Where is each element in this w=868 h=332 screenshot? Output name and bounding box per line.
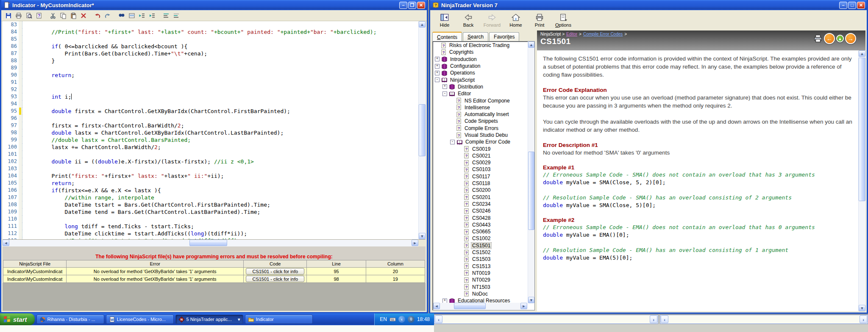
scroll-right-arrow[interactable]: ► (412, 240, 418, 246)
home-button[interactable]: Home (505, 11, 527, 28)
tree-item-cs1002[interactable]: ?CS1002 (433, 235, 527, 242)
tree-item-cs0019[interactable]: ?CS0019 (433, 145, 527, 152)
tree-item-nt0029[interactable]: ?NT0029 (433, 277, 527, 283)
goto-button[interactable] (127, 11, 136, 20)
tree-item-copyrights[interactable]: ?Copyrights (433, 49, 527, 55)
code-line[interactable]: 103 (3, 165, 418, 172)
redo-button[interactable] (103, 11, 112, 20)
print-topic-icon[interactable] (813, 34, 823, 43)
undo-button[interactable] (93, 11, 102, 20)
close-button[interactable]: ✕ (857, 2, 865, 9)
collapse-icon[interactable]: - (442, 91, 447, 96)
group-dropdown-icon[interactable]: ▾ (238, 317, 240, 322)
code-line[interactable]: 102double ii = ((double)e.X-firstx)/(las… (3, 158, 418, 165)
taskbar-button-indicator[interactable]: Indicator (245, 315, 313, 324)
collapse-icon[interactable]: - (450, 140, 455, 144)
scroll-up-arrow[interactable]: ▲ (528, 42, 534, 48)
code-line[interactable]: 85 (3, 36, 418, 43)
tree-item-cs0201[interactable]: ?CS0201 (433, 194, 527, 201)
background-hscrollbar-right[interactable]: ‹ › (660, 315, 868, 324)
previous-topic-button[interactable]: ← (824, 33, 835, 44)
up-topic-button[interactable]: ▲ (836, 35, 844, 42)
help-titlebar[interactable]: ? NinjaTrader Version 7 – □ ✕ (430, 0, 867, 10)
language-indicator[interactable]: EN (380, 316, 387, 322)
tree-item-educational-resources[interactable]: +Educational Resources (433, 297, 527, 303)
tree-item-compile-error-code[interactable]: -Compile Error Code (433, 138, 527, 145)
tree-item-editor[interactable]: -Editor (433, 90, 527, 97)
tab-favorites[interactable]: Favorites (489, 32, 519, 42)
editor-titlebar[interactable]: Indicator - MyCustomIndicator* – ❐ ✕ (1, 0, 427, 10)
paste-button[interactable] (69, 11, 78, 20)
tree-vscrollbar[interactable]: ▲ ▼ (528, 42, 534, 303)
tree-item-cs0443[interactable]: ?CS0443 (433, 221, 527, 228)
error-code-info-button[interactable]: CS1501 - click for info (246, 268, 304, 274)
collapse-icon[interactable]: - (435, 77, 440, 82)
help-button[interactable]: ? (34, 11, 44, 20)
content-vscrollbar[interactable]: ▲ ▼ (858, 50, 865, 311)
code-line[interactable]: 99//double lastx = ChartControl.BarsPain… (3, 136, 418, 144)
tree-item-visual-studio-debu[interactable]: ?Visual Studio Debu (433, 132, 527, 138)
tree-item-cs1503[interactable]: ?CS1503 (433, 256, 527, 263)
hide-button[interactable]: Hide (434, 11, 456, 28)
vscroll-thumb[interactable] (859, 58, 865, 201)
vscroll-thumb[interactable] (419, 104, 426, 157)
tree-item-cs0428[interactable]: ?CS0428 (433, 214, 527, 221)
code-line[interactable]: 104Print("firstx: "+firstx+" lastx: "+la… (3, 172, 418, 180)
tree-item-operations[interactable]: +Operations (433, 69, 527, 76)
scroll-left-arrow[interactable]: ‹ (435, 315, 442, 323)
code-line[interactable]: 89 (3, 64, 418, 72)
code-line[interactable]: 112DateTime clicktime = tstart.AddTicks(… (3, 230, 418, 237)
scroll-down-arrow[interactable]: ▼ (528, 297, 534, 303)
start-button[interactable]: start (0, 313, 35, 325)
taskbar-button-5-ninjatrader-applic[interactable]: N5 NinjaTrader applic...▾ (175, 315, 243, 324)
tree-item-cs0021[interactable]: ?CS0021 (433, 152, 527, 159)
code-line[interactable]: 98double lastx = ChartControl.GetXByBarI… (3, 129, 418, 136)
code-line[interactable]: 110 (3, 216, 418, 223)
tree-item-ns-editor-compone[interactable]: ?NS Editor Compone (433, 97, 527, 104)
tree-item-automatically-insert[interactable]: ?Automatically Insert (433, 111, 527, 118)
code-line[interactable]: 93int i; (3, 93, 418, 100)
tree-item-cs1502[interactable]: ?CS1502 (433, 249, 527, 256)
tree-item-nodoc[interactable]: ?NoDoc (433, 290, 527, 297)
code-line[interactable]: 94 (3, 100, 418, 108)
cut-button[interactable] (48, 11, 58, 20)
tree-item-cs1513[interactable]: ?CS1513 (433, 263, 527, 270)
editor-hscrollbar[interactable]: ◄ ► (3, 240, 418, 246)
editor-vscrollbar[interactable]: ▲ ▼ (418, 21, 426, 239)
tree-item-cs0246[interactable]: ?CS0246 (433, 208, 527, 214)
scroll-right-arrow[interactable]: › (650, 315, 657, 323)
scroll-right-arrow[interactable]: ► (520, 303, 527, 309)
tree-item-code-snippets[interactable]: ?Code Snippets (433, 118, 527, 125)
tree-item-cs0234[interactable]: ?CS0234 (433, 201, 527, 208)
tree-item-cs0200[interactable]: ?CS0200 (433, 187, 527, 194)
comment-button[interactable] (161, 11, 171, 20)
expand-icon[interactable]: + (442, 84, 447, 89)
code-line[interactable]: 100lastx += ChartControl.BarWidth/2; (3, 144, 418, 151)
copy-button[interactable] (58, 11, 68, 20)
print-button[interactable] (14, 11, 23, 20)
hscroll-thumb[interactable] (454, 303, 486, 309)
uncomment-button[interactable] (172, 11, 181, 20)
scroll-left-arrow[interactable]: ◄ (433, 303, 440, 309)
code-line[interactable]: 109DateTime tend = Bars.Get(ChartControl… (3, 208, 418, 216)
tab-contents[interactable]: Contents (432, 32, 462, 42)
expand-icon[interactable]: + (435, 64, 440, 69)
code-line[interactable]: 107//within range, interpolate (3, 194, 418, 201)
back-button[interactable]: Back (457, 11, 479, 28)
tree-item-intellisense[interactable]: ?Intellisense (433, 104, 527, 111)
code-line[interactable]: 84//Print("first: "+first+" last: "+last… (3, 28, 418, 36)
hscroll-thumb[interactable] (189, 240, 227, 246)
next-topic-button[interactable]: → (845, 33, 856, 44)
code-line[interactable]: 97firstx = firstx-ChartControl.BarWidth/… (3, 122, 418, 129)
breadcrumb-link[interactable]: Compile Error Codes (583, 32, 623, 36)
tree-item-configuration[interactable]: +Configuration (433, 63, 527, 69)
indent-button[interactable] (147, 11, 157, 20)
language-collapse-icon[interactable]: ‹ (398, 316, 405, 323)
tree-item-cs0117[interactable]: ?CS0117 (433, 173, 527, 180)
splitter[interactable] (3, 246, 426, 253)
code-line[interactable]: 91 (3, 79, 418, 86)
tree-item-distribution[interactable]: +Distribution (433, 83, 527, 90)
scroll-left-arrow[interactable]: ◄ (3, 240, 9, 246)
tree-item-risks-of-electronic-trading[interactable]: ?Risks of Electronic Trading (433, 42, 527, 49)
tree-item-cs1501[interactable]: ?CS1501 (433, 242, 527, 249)
